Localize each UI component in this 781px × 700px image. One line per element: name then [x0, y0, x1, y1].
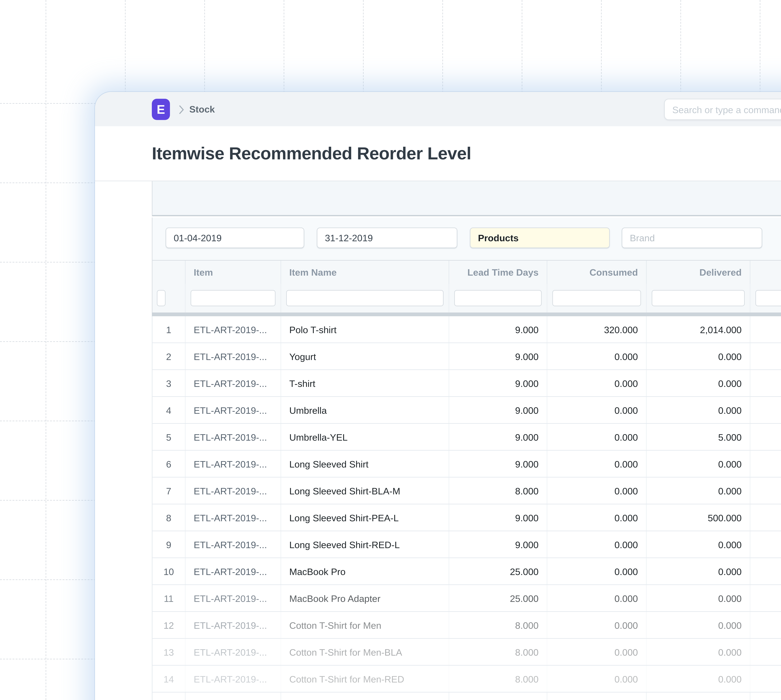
- cell-item: ETL-ART-2019-...: [186, 397, 281, 423]
- cell-consumed: 0.000: [547, 612, 647, 638]
- column-header-total-outgoing[interactable]: Total Outgoing: [750, 261, 781, 284]
- cell-item-name: Cotton T-Shirt for Men: [281, 612, 449, 638]
- brand-filter[interactable]: Brand: [622, 228, 762, 248]
- column-header-item[interactable]: Item: [186, 261, 281, 284]
- breadcrumb-chevron-icon: [179, 105, 184, 117]
- cell-idx: 14: [152, 666, 186, 692]
- column-header-index[interactable]: [152, 261, 186, 284]
- cell-lead-time-days: 8.000: [449, 612, 547, 638]
- cell-delivered: 0.000: [647, 666, 750, 692]
- table-row[interactable]: 5ETL-ART-2019-...Umbrella-YEL9.0000.0005…: [152, 424, 781, 451]
- table-header-row: Item Item Name Lead Time Days Consumed D…: [152, 260, 781, 284]
- cell-item-name: Long Sleeved Shirt-PEA-L: [281, 504, 449, 531]
- table-row[interactable]: 3ETL-ART-2019-...T-shirt9.0000.0000.0000…: [152, 370, 781, 397]
- table-row[interactable]: 14ETL-ART-2019-...Cotton T-Shirt for Men…: [152, 666, 781, 692]
- cell-item-name: MacBook Pro Adapter: [281, 585, 449, 611]
- cell-delivered: 0.000: [647, 612, 750, 638]
- cell-item: ETL-ART-2019-...: [186, 504, 281, 531]
- cell-idx: 11: [152, 585, 186, 611]
- table-row[interactable]: [152, 692, 781, 700]
- cell-lead-time-days: 25.000: [449, 558, 547, 584]
- cell-item: ETL-ART-2019-...: [186, 666, 281, 692]
- from-date-value: 01-04-2019: [174, 232, 221, 243]
- table-row[interactable]: 8ETL-ART-2019-...Long Sleeved Shirt-PEA-…: [152, 504, 781, 531]
- breadcrumb[interactable]: Stock: [189, 104, 215, 114]
- cell-delivered: 0.000: [647, 370, 750, 396]
- table-row[interactable]: 9ETL-ART-2019-...Long Sleeved Shirt-RED-…: [152, 531, 781, 558]
- cell-delivered: 0.000: [647, 531, 750, 558]
- report-toolbar-section: S: [152, 181, 781, 216]
- column-filter-input[interactable]: [552, 290, 641, 306]
- column-filter-input[interactable]: [652, 290, 745, 306]
- filter-cell: [750, 284, 781, 312]
- item-group-filter[interactable]: Products: [470, 228, 610, 248]
- table-row[interactable]: 13ETL-ART-2019-...Cotton T-Shirt for Men…: [152, 639, 781, 666]
- column-header-consumed[interactable]: Consumed: [547, 261, 647, 284]
- table-row[interactable]: 7ETL-ART-2019-...Long Sleeved Shirt-BLA-…: [152, 478, 781, 504]
- cell-delivered: 0.000: [647, 451, 750, 477]
- cell-total-outgoing: 0.000: [750, 343, 781, 369]
- app-logo[interactable]: E: [152, 99, 170, 120]
- cell-item: ETL-ART-2019-...: [186, 531, 281, 558]
- cell-consumed: 0.000: [547, 451, 647, 477]
- table-filter-row: [152, 284, 781, 312]
- filter-cell: [281, 284, 449, 312]
- column-filter-input[interactable]: [454, 290, 542, 306]
- cell-lead-time-days: [449, 692, 547, 700]
- cell-lead-time-days: 9.000: [449, 397, 547, 423]
- cell-consumed: 0.000: [547, 343, 647, 369]
- cell-consumed: 0.000: [547, 504, 647, 531]
- cell-idx: 13: [152, 639, 186, 665]
- filter-cell: [547, 284, 647, 312]
- cell-lead-time-days: 9.000: [449, 370, 547, 396]
- cell-total-outgoing: 0.000: [750, 585, 781, 611]
- cell-item: ETL-ART-2019-...: [186, 370, 281, 396]
- cell-delivered: 0.000: [647, 585, 750, 611]
- table-row[interactable]: 10ETL-ART-2019-...MacBook Pro25.0000.000…: [152, 558, 781, 585]
- search-input[interactable]: Search or type a command (Ctrl + G): [664, 99, 781, 120]
- cell-item: ETL-ART-2019-...: [186, 639, 281, 665]
- cell-delivered: 0.000: [647, 639, 750, 665]
- table-row[interactable]: 11ETL-ART-2019-...MacBook Pro Adapter25.…: [152, 585, 781, 612]
- cell-idx: 4: [152, 397, 186, 423]
- cell-idx: 3: [152, 370, 186, 396]
- cell-consumed: 0.000: [547, 397, 647, 423]
- table-row[interactable]: 12ETL-ART-2019-...Cotton T-Shirt for Men…: [152, 612, 781, 639]
- cell-item: [186, 692, 281, 700]
- report-filter-section: 01-04-2019 31-12-2019 Products Brand: [152, 218, 781, 260]
- search-placeholder: Search or type a command (Ctrl + G): [672, 104, 781, 115]
- cell-delivered: 0.000: [647, 558, 750, 584]
- column-filter-input[interactable]: [286, 290, 444, 306]
- cell-lead-time-days: 9.000: [449, 316, 547, 342]
- cell-item: ETL-ART-2019-...: [186, 343, 281, 369]
- cell-consumed: 0.000: [547, 558, 647, 584]
- column-filter-input[interactable]: [157, 290, 166, 306]
- cell-item: ETL-ART-2019-...: [186, 424, 281, 450]
- column-header-lead-time-days[interactable]: Lead Time Days: [449, 261, 547, 284]
- table-row[interactable]: 4ETL-ART-2019-...Umbrella9.0000.0000.000…: [152, 397, 781, 424]
- cell-lead-time-days: 9.000: [449, 451, 547, 477]
- cell-total-outgoing: 0.000: [750, 612, 781, 638]
- cell-item: ETL-ART-2019-...: [186, 478, 281, 504]
- cell-lead-time-days: 9.000: [449, 424, 547, 450]
- cell-item: ETL-ART-2019-...: [186, 316, 281, 342]
- navbar: E Stock Search or type a command (Ctrl +…: [95, 92, 781, 126]
- table-row[interactable]: 2ETL-ART-2019-...Yogurt9.0000.0000.0000.…: [152, 343, 781, 370]
- table-body: 1ETL-ART-2019-...Polo T-shirt9.000320.00…: [152, 316, 781, 700]
- from-date-filter[interactable]: 01-04-2019: [166, 228, 304, 248]
- cell-lead-time-days: 25.000: [449, 585, 547, 611]
- to-date-filter[interactable]: 31-12-2019: [317, 228, 457, 248]
- cell-total-outgoing: [750, 692, 781, 700]
- table-row[interactable]: 6ETL-ART-2019-...Long Sleeved Shirt9.000…: [152, 451, 781, 478]
- column-filter-input[interactable]: [191, 290, 276, 306]
- cell-item-name: MacBook Pro: [281, 558, 449, 584]
- table-row[interactable]: 1ETL-ART-2019-...Polo T-shirt9.000320.00…: [152, 316, 781, 343]
- column-header-delivered[interactable]: Delivered: [647, 261, 750, 284]
- cell-lead-time-days: 9.000: [449, 504, 547, 531]
- column-filter-input[interactable]: [755, 290, 781, 306]
- cell-consumed: 0.000: [547, 666, 647, 692]
- cell-idx: [152, 692, 186, 700]
- cell-item-name: Cotton T-Shirt for Men-RED: [281, 666, 449, 692]
- cell-total-outgoing: 500.000: [750, 504, 781, 531]
- column-header-item-name[interactable]: Item Name: [281, 261, 449, 284]
